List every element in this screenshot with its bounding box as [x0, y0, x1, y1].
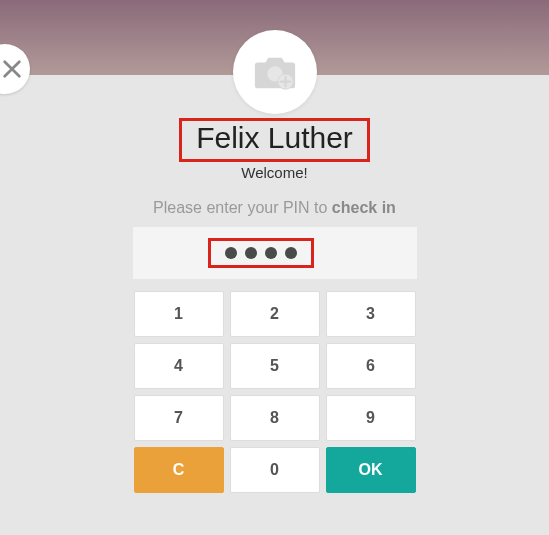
keypad-2[interactable]: 2: [230, 291, 320, 337]
keypad-6[interactable]: 6: [326, 343, 416, 389]
avatar-upload-button[interactable]: [233, 30, 317, 114]
keypad-3[interactable]: 3: [326, 291, 416, 337]
camera-add-icon: [252, 52, 298, 92]
keypad-ok[interactable]: OK: [326, 447, 416, 493]
keypad-4[interactable]: 4: [134, 343, 224, 389]
user-name: Felix Luther: [196, 121, 353, 155]
keypad-8[interactable]: 8: [230, 395, 320, 441]
keypad: 1 2 3 4 5 6 7 8 9 C 0 OK: [134, 291, 416, 493]
close-button[interactable]: [0, 44, 30, 94]
pin-dot: [225, 247, 237, 259]
pin-display: [133, 227, 417, 279]
keypad-7[interactable]: 7: [134, 395, 224, 441]
keypad-5[interactable]: 5: [230, 343, 320, 389]
pin-dot: [245, 247, 257, 259]
keypad-1[interactable]: 1: [134, 291, 224, 337]
pin-dot: [265, 247, 277, 259]
keypad-9[interactable]: 9: [326, 395, 416, 441]
pin-dot: [285, 247, 297, 259]
keypad-0[interactable]: 0: [230, 447, 320, 493]
welcome-text: Welcome!: [241, 164, 307, 181]
pin-prompt-prefix: Please enter your PIN to: [153, 199, 332, 216]
pin-entry-screen: Felix Luther Welcome! Please enter your …: [0, 0, 549, 535]
pin-prompt-action: check in: [332, 199, 396, 216]
pin-dots-highlight: [208, 238, 314, 268]
pin-prompt: Please enter your PIN to check in: [153, 199, 396, 217]
keypad-clear[interactable]: C: [134, 447, 224, 493]
name-highlight: Felix Luther: [179, 118, 370, 162]
close-icon: [1, 58, 23, 80]
